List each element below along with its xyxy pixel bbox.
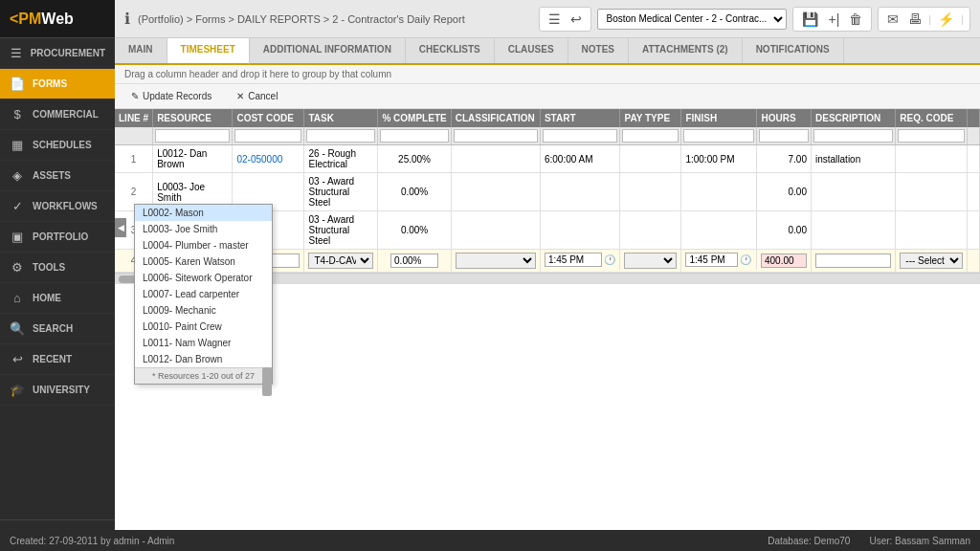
dropdown-item-4[interactable]: L0006- Sitework Operator [135, 270, 272, 286]
classification-select-4[interactable] [456, 253, 536, 269]
print-button[interactable]: 🖶 [905, 11, 924, 28]
filter-resource-input[interactable] [155, 129, 230, 143]
sidebar-label-schedules: SCHEDULES [33, 140, 92, 150]
dropdown-thumb[interactable] [262, 367, 272, 396]
cell-pct-4[interactable] [378, 250, 451, 273]
info-icon[interactable]: ℹ [124, 10, 130, 28]
dropdown-item-1[interactable]: L0003- Joe Smith [135, 221, 272, 237]
dropdown-item-7[interactable]: L0010- Paint Crew [135, 319, 272, 335]
filter-finish-input[interactable] [683, 129, 754, 143]
tab-attachments[interactable]: ATTACHMENTS (2) [629, 38, 743, 63]
filter-req-code-input[interactable] [898, 129, 964, 143]
tab-checklists[interactable]: CHECKLISTS [406, 38, 495, 63]
sidebar-item-search[interactable]: 🔍 SEARCH [0, 314, 115, 344]
cell-classification-4[interactable] [451, 250, 540, 273]
sidebar-label-forms: FORMS [33, 78, 67, 89]
dropdown-item-9[interactable]: L0012- Dan Brown [135, 351, 272, 367]
sidebar-item-workflows[interactable]: ✓ WORKFLOWS [0, 191, 115, 222]
contract-select[interactable]: Boston Medical Center - 2 - Contrac... [597, 9, 787, 30]
filter-task-input[interactable] [306, 129, 375, 143]
dropdown-item-6[interactable]: L0009- Mechanic [135, 302, 272, 319]
sidebar-item-portfolio[interactable]: ▣ PORTFOLIO [0, 222, 115, 253]
sidebar-label-tools: TOOLS [33, 262, 65, 273]
sidebar-item-procurement[interactable]: ☰ PROCUREMENT [0, 38, 115, 69]
sidebar-item-assets[interactable]: ◈ ASSETS [0, 161, 115, 191]
tab-clauses[interactable]: CLAUSES [495, 38, 568, 63]
cell-classification-1 [451, 145, 540, 173]
filter-finish[interactable] [681, 127, 757, 145]
dropdown-item-0[interactable]: L0002- Mason [135, 205, 272, 221]
cell-description-2 [811, 173, 895, 211]
filter-pct-input[interactable] [380, 129, 448, 143]
tab-notifications[interactable]: NOTIFICATIONS [743, 38, 844, 63]
pct-input-4[interactable] [390, 253, 438, 268]
filter-classification-input[interactable] [454, 129, 538, 143]
sidebar-item-commercial[interactable]: $ COMMERCIAL [0, 99, 115, 130]
sidebar-item-tools[interactable]: ⚙ TOOLS [0, 253, 115, 283]
lightning-button[interactable]: ⚡ [935, 11, 957, 28]
filter-pay-type-input[interactable] [622, 129, 679, 143]
req-code-select-4[interactable]: --- Select --- [900, 253, 962, 269]
cell-finish-4[interactable]: 🕐 [681, 250, 757, 270]
start-input-4[interactable] [545, 253, 602, 267]
dropdown-item-8[interactable]: L0011- Nam Wagner [135, 335, 272, 351]
filter-description-input[interactable] [813, 129, 893, 143]
menu-button[interactable]: ☰ [546, 11, 564, 28]
task-select-4[interactable]: T4-D-CAV-100 - Task... [308, 253, 373, 269]
col-pay-type: PAY TYPE [620, 109, 681, 127]
sidebar-label-workflows: WORKFLOWS [33, 201, 98, 211]
filter-resource[interactable] [153, 127, 233, 145]
filter-pay-type[interactable] [620, 127, 681, 145]
filter-description[interactable] [811, 127, 895, 145]
save-button[interactable]: 💾 [799, 11, 821, 28]
cancel-button[interactable]: ✕ Cancel [228, 88, 286, 104]
email-button[interactable]: ✉ [884, 11, 902, 28]
filter-cost-code[interactable] [233, 127, 304, 145]
dropdown-item-5[interactable]: L0007- Lead carpenter [135, 286, 272, 302]
tab-notes[interactable]: NOTES [568, 38, 629, 63]
cancel-label: Cancel [248, 91, 278, 101]
filter-req-code[interactable] [896, 127, 967, 145]
hours-input-4[interactable] [761, 253, 807, 268]
filter-hours[interactable] [757, 127, 812, 145]
dropdown-item-2[interactable]: L0004- Plumber - master [135, 237, 272, 253]
filter-pct[interactable] [378, 127, 451, 145]
cell-req-code-4[interactable]: --- Select --- [896, 250, 967, 273]
cost-code-link-1[interactable]: 02-050000 [236, 154, 282, 165]
sidebar-item-university[interactable]: 🎓 UNIVERSITY [0, 375, 115, 406]
cell-hours-4[interactable] [757, 250, 812, 273]
pay-type-select-4[interactable] [624, 253, 677, 269]
delete-button[interactable]: 🗑 [846, 11, 865, 28]
tab-additional-information[interactable]: ADDITIONAL INFORMATION [250, 38, 406, 63]
sidebar-item-home[interactable]: ⌂ HOME [0, 283, 115, 314]
search-icon: 🔍 [10, 321, 25, 336]
collapse-handle[interactable]: ◀ [115, 218, 126, 237]
update-records-button[interactable]: ✎ Update Records [122, 88, 220, 104]
tab-timesheet[interactable]: TIMESHEET [167, 38, 250, 65]
undo-button[interactable]: ↩ [568, 11, 585, 28]
filter-task[interactable] [304, 127, 378, 145]
sidebar-item-recent[interactable]: ↩ RECENT [0, 344, 115, 375]
cell-description-4[interactable] [811, 250, 895, 273]
add-button[interactable]: +| [825, 11, 842, 28]
cell-extra-3 [967, 211, 979, 250]
tab-main[interactable]: MAIN [115, 38, 167, 63]
dropdown-item-3[interactable]: L0005- Karen Watson [135, 253, 272, 270]
sidebar-item-forms[interactable]: 📄 FORMS [0, 69, 115, 99]
finish-input-4[interactable] [685, 253, 738, 267]
description-input-4[interactable] [815, 253, 891, 268]
cell-task-4[interactable]: T4-D-CAV-100 - Task... [304, 250, 378, 273]
app-logo: <PMWeb [0, 0, 115, 38]
filter-classification[interactable] [451, 127, 540, 145]
sidebar-item-schedules[interactable]: ▦ SCHEDULES [0, 130, 115, 161]
sidebar-label-search: SEARCH [33, 323, 73, 334]
header-toolbar: ☰ ↩ Boston Medical Center - 2 - Contrac.… [539, 7, 970, 32]
finish-clock-icon: 🕐 [740, 254, 751, 265]
filter-start[interactable] [540, 127, 620, 145]
filter-start-input[interactable] [543, 129, 618, 143]
cell-extra-1 [967, 145, 979, 173]
cell-start-4[interactable]: 🕐 [541, 250, 620, 270]
filter-cost-code-input[interactable] [234, 129, 301, 143]
cell-pay-type-4[interactable] [620, 250, 681, 273]
filter-hours-input[interactable] [759, 129, 809, 143]
